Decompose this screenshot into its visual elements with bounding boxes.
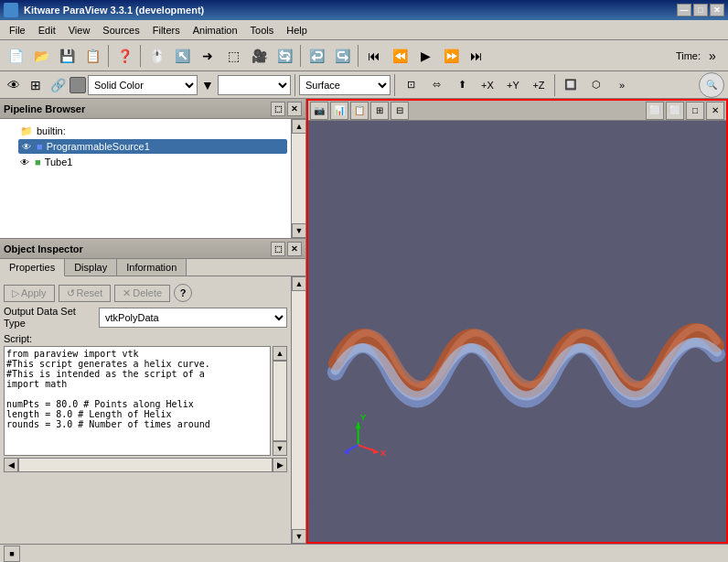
help-button[interactable]: ❓ [112,44,136,68]
colormap-select[interactable] [218,75,291,95]
plus-x-button[interactable]: +X [476,73,499,97]
pipeline-item-builtin-label: builtin: [37,125,66,136]
menu-help[interactable]: Help [281,23,313,38]
reset-button[interactable]: ↺ Reset [59,285,112,302]
pipeline-item-builtin[interactable]: 📁 builtin: [4,123,287,139]
open-button[interactable]: 📂 [29,44,53,68]
script-scroll-right[interactable]: ▶ [273,458,287,472]
output-data-select[interactable]: vtkPolyData [99,308,287,328]
vp-split-v[interactable]: ⬜ [666,102,684,120]
link-button[interactable]: 🔗 [48,75,68,95]
script-label: Script: [4,333,287,344]
separator-4 [358,45,359,67]
menu-sources[interactable]: Sources [97,23,145,38]
undo-button[interactable]: ↩️ [305,44,328,68]
separator-6 [394,74,395,96]
color-dropdown-button[interactable]: ▼ [199,75,216,95]
menubar: File Edit View Sources Filters Animation… [0,20,728,40]
plus-y-button[interactable]: +Y [501,73,525,97]
menu-filters[interactable]: Filters [147,23,186,38]
vp-tab-camera[interactable]: 📷 [310,102,328,120]
statusbar-button[interactable]: ■ [4,546,20,562]
show-edges-button[interactable]: 🔲 [559,73,583,97]
vp-tab-list[interactable]: 📋 [350,102,369,120]
pipeline-undock-button[interactable]: ⬚ [271,102,285,116]
menu-edit[interactable]: Edit [33,23,61,38]
surface-select[interactable]: Surface [299,75,391,95]
delete-button[interactable]: ✕ Delete [114,285,170,302]
first-frame-button[interactable]: ⏮ [362,44,386,68]
menu-tools[interactable]: Tools [245,23,280,38]
tab-information[interactable]: Information [117,259,187,276]
next-frame-button[interactable]: ⏩ [439,44,463,68]
zoom-button[interactable]: 🔍 [699,72,724,98]
delete-label: Delete [133,287,162,298]
vp-tab-grid2[interactable]: ⊟ [391,102,409,120]
save-button[interactable]: 💾 [55,44,79,68]
delete-icon: ✕ [123,287,131,299]
rotate-button[interactable]: 🔄 [273,44,296,68]
pipeline-browser-header: Pipeline Browser ⬚ ✕ [0,99,305,119]
viewport-tab-icons: 📷 📊 📋 ⊞ ⊟ [310,102,409,120]
script-textarea[interactable]: from paraview import vtk #This script ge… [4,346,271,456]
separator-3 [300,45,301,67]
rubber-band-button[interactable]: ⬚ [221,44,245,68]
maximize-button[interactable]: □ [693,4,708,16]
vp-close[interactable]: ✕ [706,102,724,120]
last-frame-button[interactable]: ⏭ [465,44,488,68]
show-points-button[interactable]: ⬡ [584,73,608,97]
script-scroll-up[interactable]: ▲ [273,346,287,361]
inspector-scroll-down[interactable]: ▼ [292,529,305,544]
vp-tab-chart[interactable]: 📊 [330,102,348,120]
tab-properties[interactable]: Properties [0,259,65,276]
close-button[interactable]: ✕ [710,4,724,16]
inspector-close-button[interactable]: ✕ [287,242,302,256]
pipeline-scroll-up[interactable]: ▲ [292,119,306,134]
pipeline-close-button[interactable]: ✕ [287,102,302,116]
more-button[interactable]: » [610,73,634,97]
fit-x-button[interactable]: ⬄ [424,73,448,97]
eye-tube[interactable]: 👁 [18,156,31,168]
fit-all-button[interactable]: ⊡ [399,73,423,97]
3d-scene[interactable]: X Y [308,121,726,542]
menu-view[interactable]: View [63,23,96,38]
eye-button[interactable]: 👁 [4,75,24,95]
script-scroll-left[interactable]: ◀ [4,458,18,472]
apply-button[interactable]: ▷ Apply [4,285,55,302]
minimize-button[interactable]: — [677,4,691,16]
play-button[interactable]: ▶ [413,44,437,68]
pipeline-item-programmable-label: ProgrammableSource1 [47,141,150,152]
pipeline-item-programmable[interactable]: 👁 ■ ProgrammableSource1 [18,139,287,154]
reset-view-button[interactable]: ⊞ [26,75,46,95]
redo-button[interactable]: ↪️ [330,44,354,68]
pipeline-browser-controls: ⬚ ✕ [271,102,302,116]
fit-y-button[interactable]: ⬆ [450,73,474,97]
new-button[interactable]: 📄 [4,44,27,68]
statusbar: ■ [0,544,728,562]
save-state-button[interactable]: 📋 [80,44,104,68]
menu-animation[interactable]: Animation [187,23,243,38]
eye-programmable[interactable]: 👁 [20,140,33,153]
inspector-scroll-up[interactable]: ▲ [292,276,305,291]
camera-button[interactable]: 🎥 [247,44,271,68]
pipeline-item-tube[interactable]: 👁 ■ Tube1 [18,154,287,170]
select-button[interactable]: 🖱️ [145,44,168,68]
expand-toolbar-button[interactable]: » [701,44,724,68]
output-data-type-row: Output Data SetType vtkPolyData [4,306,287,330]
tab-display[interactable]: Display [65,259,117,276]
separator-7 [554,74,555,96]
interact-button[interactable]: ↖️ [170,44,194,68]
prev-frame-button[interactable]: ⏪ [388,44,412,68]
help-button[interactable]: ? [174,284,192,302]
pipeline-scroll-down[interactable]: ▼ [292,223,306,238]
plus-z-button[interactable]: +Z [527,73,551,97]
vp-tab-grid1[interactable]: ⊞ [370,102,389,120]
inspector-undock-button[interactable]: ⬚ [271,242,285,256]
vp-split-h[interactable]: ⬜ [646,102,664,120]
svg-text:X: X [380,448,386,458]
vp-maximize[interactable]: □ [686,102,704,120]
color-select[interactable]: Solid Color [88,75,198,95]
cursor-button[interactable]: ➜ [196,44,219,68]
menu-file[interactable]: File [4,23,31,38]
script-scroll-down[interactable]: ▼ [273,441,287,456]
